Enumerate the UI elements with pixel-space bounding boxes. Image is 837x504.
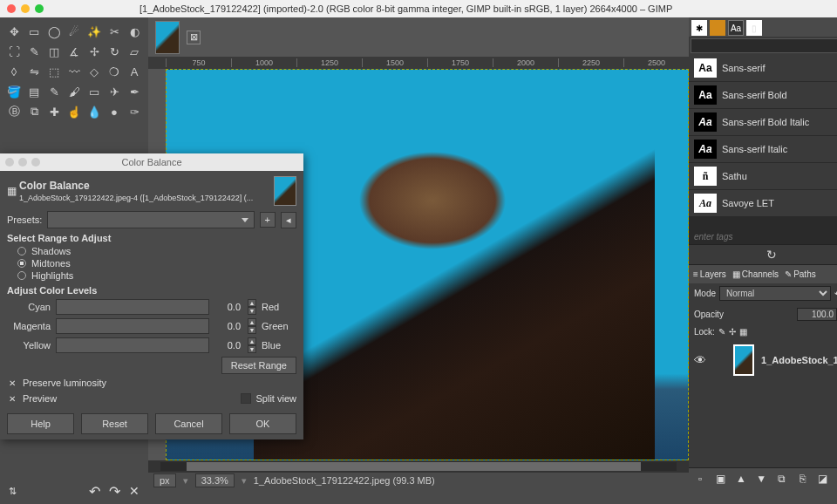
spin-down[interactable]: ▼	[248, 326, 256, 334]
duplicate-layer-button[interactable]: ⧉	[774, 471, 790, 487]
tab-layers[interactable]: ≡ Layers	[691, 268, 728, 281]
mask-layer-button[interactable]: ◪	[814, 471, 830, 487]
mypaint-brush-tool[interactable]: Ⓑ	[5, 103, 23, 120]
handle-transform-tool[interactable]: ◇	[85, 63, 103, 80]
preset-menu-button[interactable]: ◂	[281, 212, 296, 228]
tab-channels[interactable]: ▦ Channels	[731, 268, 780, 281]
horizontal-scrollbar[interactable]	[148, 460, 689, 473]
blend-mode-select[interactable]: Normal	[719, 286, 831, 301]
move-tool[interactable]: ✥	[5, 23, 23, 40]
reset-range-button[interactable]: Reset Range	[221, 357, 296, 374]
flip-tool[interactable]: ⇋	[25, 63, 43, 80]
font-item[interactable]: ñSathu	[689, 163, 837, 190]
new-layer-button[interactable]: ▫	[692, 471, 708, 487]
yellow-blue-value[interactable]: 0.0	[214, 340, 242, 351]
brushes-tab-icon[interactable]: ✱	[691, 20, 707, 36]
merge-layer-button[interactable]: ⎘	[794, 471, 810, 487]
font-item[interactable]: AaSans-serif	[689, 55, 837, 82]
pencil-tool[interactable]: ✎	[45, 83, 63, 100]
font-item[interactable]: AaSans-serif Italic	[689, 136, 837, 163]
image-tab-thumb[interactable]	[155, 21, 180, 54]
color-picker-tool[interactable]: ✎	[25, 43, 43, 60]
lock-position-icon[interactable]: ✢	[729, 327, 736, 337]
opacity-input[interactable]	[797, 308, 837, 321]
layer-row[interactable]: 👁 1_AdobeStock_179	[689, 339, 837, 381]
unit-select[interactable]: px	[153, 473, 176, 487]
font-filter-input[interactable]	[691, 38, 837, 53]
rect-select-tool[interactable]: ▭	[25, 23, 43, 40]
free-select-tool[interactable]: ☄	[65, 23, 83, 40]
spin-up[interactable]: ▲	[248, 337, 256, 345]
unified-transform-tool[interactable]: ◫	[45, 43, 63, 60]
fuzzy-select-tool[interactable]: ✨	[85, 23, 103, 40]
perspective-tool[interactable]: ◊	[5, 63, 23, 80]
yellow-blue-slider[interactable]	[56, 337, 209, 353]
bucket-fill-tool[interactable]: 🪣	[5, 83, 23, 100]
dialog-close-button[interactable]	[5, 158, 14, 167]
blur-tool[interactable]: 💧	[85, 103, 103, 120]
raise-layer-button[interactable]: ▲	[733, 471, 749, 487]
cyan-red-value[interactable]: 0.0	[214, 302, 242, 312]
spin-down[interactable]: ▼	[248, 307, 256, 315]
paintbrush-tool[interactable]: 🖌	[65, 83, 83, 100]
tab-paths[interactable]: ✎ Paths	[783, 268, 818, 281]
font-item[interactable]: AaSans-serif Bold	[689, 82, 837, 109]
ok-button[interactable]: OK	[229, 413, 296, 434]
cage-tool[interactable]: ⬚	[45, 63, 63, 80]
eraser-tool[interactable]: ▭	[85, 83, 103, 100]
cancel-button[interactable]: Cancel	[155, 413, 222, 434]
refresh-fonts-button[interactable]: ↻	[689, 244, 837, 265]
crop-tool[interactable]: ⛶	[5, 43, 23, 60]
lower-layer-button[interactable]: ▼	[753, 471, 769, 487]
close-window-button[interactable]	[7, 4, 16, 13]
radio-highlights[interactable]: Highlights	[7, 269, 296, 282]
measure-tool[interactable]: ∡	[65, 43, 83, 60]
close-image-button[interactable]: ⊠	[187, 31, 201, 44]
reset-button[interactable]: Reset	[81, 413, 148, 434]
heal-tool[interactable]: ✚	[45, 103, 63, 120]
magenta-green-slider[interactable]	[56, 318, 209, 334]
lock-pixels-icon[interactable]: ✎	[718, 327, 725, 337]
cyan-red-slider[interactable]	[56, 299, 209, 315]
preview-checkbox[interactable]: ✕Preview	[7, 393, 241, 404]
layer-visibility-icon[interactable]: 👁	[694, 353, 707, 367]
fonts-tab-icon[interactable]: Aa	[728, 20, 744, 36]
3d-transform-tool[interactable]: ❍	[105, 63, 123, 80]
split-view-checkbox[interactable]: Split view	[241, 393, 296, 404]
ink-tool[interactable]: ✒	[126, 83, 143, 100]
spin-up[interactable]: ▲	[248, 318, 256, 326]
new-group-button[interactable]: ▣	[713, 471, 729, 487]
font-item[interactable]: AaSavoye LET	[689, 190, 837, 217]
minimize-window-button[interactable]	[21, 4, 30, 13]
undo-button[interactable]: ↶	[89, 483, 100, 500]
dialog-titlebar[interactable]: Color Balance	[0, 153, 303, 171]
shear-tool[interactable]: ▱	[126, 43, 143, 60]
redo-button[interactable]: ↷	[109, 483, 120, 500]
rotate-tool[interactable]: ↻	[105, 43, 123, 60]
align-tool[interactable]: ✢	[85, 43, 103, 60]
dialog-zoom-button[interactable]	[31, 158, 40, 167]
clone-tool[interactable]: ⧉	[25, 103, 43, 120]
dialog-minimize-button[interactable]	[18, 158, 27, 167]
gradient-tool[interactable]: ▤	[25, 83, 43, 100]
lock-alpha-icon[interactable]: ▦	[739, 327, 747, 337]
warp-tool[interactable]: 〰	[65, 63, 83, 80]
presets-dropdown[interactable]	[47, 211, 254, 228]
ellipse-select-tool[interactable]: ◯	[45, 23, 63, 40]
radio-shadows[interactable]: Shadows	[7, 245, 296, 257]
foreground-select-tool[interactable]: ◐	[126, 23, 143, 40]
magenta-green-value[interactable]: 0.0	[214, 321, 242, 331]
options-icon[interactable]: ⇅	[9, 486, 17, 497]
airbrush-tool[interactable]: ✈	[105, 83, 123, 100]
font-item[interactable]: AaSans-serif Bold Italic	[689, 109, 837, 136]
maximize-window-button[interactable]	[35, 4, 44, 13]
add-preset-button[interactable]: +	[260, 212, 276, 228]
delete-button[interactable]: ✕	[129, 484, 140, 498]
spin-down[interactable]: ▼	[248, 345, 256, 353]
radio-midtones[interactable]: Midtones	[7, 257, 296, 269]
tags-input[interactable]	[689, 229, 837, 244]
document-tab-icon[interactable]: ▯	[746, 20, 762, 36]
patterns-tab-icon[interactable]	[710, 20, 725, 36]
paths-tool[interactable]: ✑	[126, 103, 143, 120]
scissors-tool[interactable]: ✂	[105, 23, 123, 40]
